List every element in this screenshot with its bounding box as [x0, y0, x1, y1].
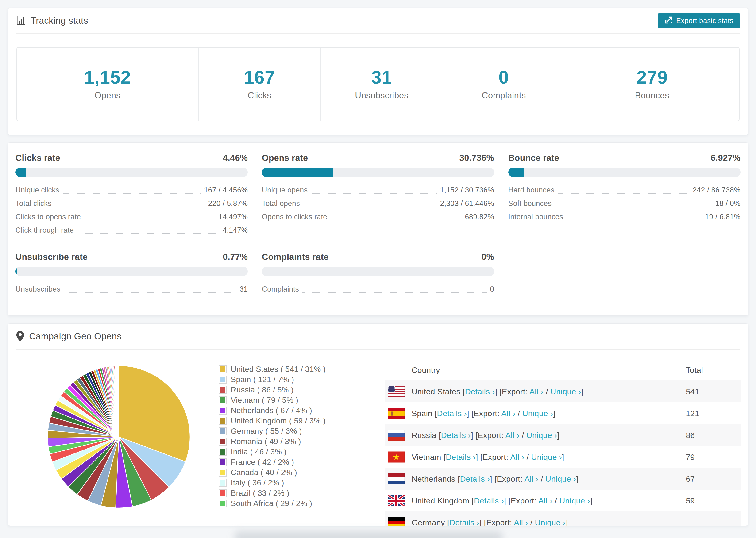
detail-row-soft-bounces: Soft bounces18 / 0%: [508, 197, 740, 210]
tracking-stats-header: Tracking stats Export basic stats: [16, 8, 740, 34]
export-all-link-united-kingdom[interactable]: All ›: [538, 496, 553, 505]
rate-progressbar-unsubscribe: [16, 267, 248, 276]
detail-label-total-clicks: Total clicks: [16, 200, 51, 207]
detail-value-hard-bounces: 242 / 86.738%: [693, 187, 740, 194]
export-all-link-spain[interactable]: All ›: [501, 409, 515, 418]
legend-label-vietnam: Vietnam ( 79 / 5% ): [231, 396, 298, 405]
rate-value-unsubscribe: 0.77%: [223, 252, 248, 262]
rate-details-complaints: Complaints0: [262, 283, 494, 296]
country-name: Russia: [411, 430, 439, 439]
geo-total-spain: 121: [686, 409, 699, 418]
detail-value-unsubscribes: 31: [240, 286, 248, 293]
details-link-netherlands[interactable]: Details ›: [460, 474, 490, 483]
geo-total-vietnam: 79: [686, 452, 695, 461]
details-link-spain[interactable]: Details ›: [437, 409, 467, 418]
rate-head-opens: Opens rate30.736%: [262, 153, 494, 162]
rate-head-unsubscribe: Unsubscribe rate0.77%: [16, 252, 248, 261]
geo-header: Campaign Geo Opens: [16, 324, 740, 350]
rate-block-opens: Opens rate30.736%Unique opens1,152 / 30.…: [262, 153, 494, 237]
rate-progressbar-fill-clicks: [16, 168, 26, 177]
geo-total-united-kingdom: 59: [686, 496, 695, 505]
legend-label-spain: Spain ( 121 / 7% ): [231, 375, 294, 384]
stat-value-bounces: 279: [636, 68, 668, 86]
rate-value-opens: 30.736%: [459, 153, 494, 163]
legend-label-france: France ( 42 / 2% ): [231, 458, 294, 467]
bracket: ] [Export:: [479, 518, 514, 526]
rate-progressbar-fill-bounce: [508, 168, 524, 177]
legend-swatch-italy: [219, 479, 227, 487]
detail-label-click-through-rate: Click through rate: [16, 227, 74, 234]
rate-progressbar-fill-opens: [262, 168, 333, 177]
stat-value-opens: 1,152: [84, 68, 131, 86]
geo-row-text-russia: Russia [Details ›] [Export: All › / Uniq…: [411, 430, 560, 440]
detail-value-click-through-rate: 4.147%: [223, 227, 248, 234]
bracket: ] [Export:: [471, 430, 506, 439]
legend-label-romania: Romania ( 49 / 3% ): [231, 437, 301, 446]
export-all-link-netherlands[interactable]: All ›: [524, 474, 538, 483]
geo-row-united-kingdom: United Kingdom [Details ›] [Export: All …: [385, 490, 741, 511]
details-link-vietnam[interactable]: Details ›: [446, 452, 476, 461]
export-unique-link-united-kingdom[interactable]: Unique ›: [559, 496, 590, 505]
detail-row-total-opens: Total opens2,303 / 61.446%: [262, 197, 494, 210]
export-unique-link-russia[interactable]: Unique ›: [526, 430, 557, 439]
legend-swatch-france: [219, 458, 227, 466]
flag-germany: [388, 517, 405, 526]
legend-item-netherlands: Netherlands ( 67 / 4% ): [219, 405, 326, 416]
tracking-stats-card: Tracking stats Export basic stats 1,152O…: [8, 8, 748, 135]
legend-item-canada: Canada ( 40 / 2% ): [219, 467, 326, 478]
export-all-link-vietnam[interactable]: All ›: [510, 452, 524, 461]
bracket: ]: [576, 474, 578, 483]
detail-row-opens-to-clicks-rate: Opens to clicks rate689.82%: [262, 210, 494, 224]
link-separator: /: [539, 474, 545, 483]
dotted-leader: [63, 193, 201, 194]
details-link-united-states[interactable]: Details ›: [465, 387, 495, 396]
stat-unsubscribes: 31Unsubscribes: [320, 48, 442, 121]
export-unique-link-netherlands[interactable]: Unique ›: [545, 474, 576, 483]
link-separator: /: [528, 518, 535, 526]
stat-label-opens: Opens: [95, 91, 121, 100]
export-all-link-russia[interactable]: All ›: [506, 430, 519, 439]
detail-row-complaints: Complaints0: [262, 283, 494, 296]
details-link-united-kingdom[interactable]: Details ›: [474, 496, 504, 505]
export-unique-link-united-states[interactable]: Unique ›: [550, 387, 581, 396]
detail-label-opens-to-clicks-rate: Opens to clicks rate: [262, 213, 327, 220]
legend-label-united-kingdom: United Kingdom ( 59 / 3% ): [231, 416, 326, 425]
legend-item-south-africa: South Africa ( 29 / 2% ): [219, 498, 326, 509]
details-link-russia[interactable]: Details ›: [441, 430, 471, 439]
rate-head-bounce: Bounce rate6.927%: [508, 153, 740, 162]
country-name: Germany: [411, 518, 447, 526]
dotted-leader: [77, 233, 219, 234]
export-unique-link-germany[interactable]: Unique ›: [535, 518, 566, 526]
stat-value-clicks: 167: [244, 68, 275, 86]
legend-item-united-kingdom: United Kingdom ( 59 / 3% ): [219, 416, 326, 426]
export-all-link-united-states[interactable]: All ›: [529, 387, 544, 396]
legend-swatch-romania: [219, 438, 227, 446]
geo-row-text-united-kingdom: United Kingdom [Details ›] [Export: All …: [411, 496, 592, 505]
country-name: Vietnam: [411, 452, 444, 461]
stat-label-bounces: Bounces: [635, 91, 669, 100]
bracket: ]: [562, 452, 564, 461]
bracket: ] [Export:: [476, 452, 510, 461]
export-unique-link-vietnam[interactable]: Unique ›: [531, 452, 562, 461]
detail-row-unsubscribes: Unsubscribes31: [16, 283, 248, 296]
stat-value-unsubscribes: 31: [371, 68, 392, 86]
legend-item-germany: Germany ( 55 / 3% ): [219, 426, 326, 436]
detail-value-total-clicks: 220 / 5.87%: [208, 200, 248, 207]
legend-swatch-united-kingdom: [219, 417, 227, 425]
rate-head-complaints: Complaints rate0%: [262, 252, 494, 261]
detail-label-complaints: Complaints: [262, 286, 299, 293]
rate-block-complaints: Complaints rate0%Complaints0: [262, 252, 494, 296]
legend-swatch-germany: [219, 427, 227, 435]
geo-row-text-united-states: United States [Details ›] [Export: All ›…: [411, 387, 583, 396]
export-unique-link-spain[interactable]: Unique ›: [522, 409, 553, 418]
flag-russia: [388, 430, 405, 441]
rate-value-complaints: 0%: [482, 252, 494, 262]
rate-block-clicks: Clicks rate4.46%Unique clicks167 / 4.456…: [16, 153, 248, 237]
dotted-leader: [302, 292, 487, 293]
detail-label-clicks-to-opens-rate: Clicks to opens rate: [16, 213, 81, 220]
export-all-link-germany[interactable]: All ›: [514, 518, 528, 526]
export-basic-stats-button[interactable]: Export basic stats: [658, 13, 740, 28]
details-link-germany[interactable]: Details ›: [449, 518, 479, 526]
detail-value-unique-clicks: 167 / 4.456%: [204, 187, 248, 194]
dotted-leader: [84, 219, 215, 220]
